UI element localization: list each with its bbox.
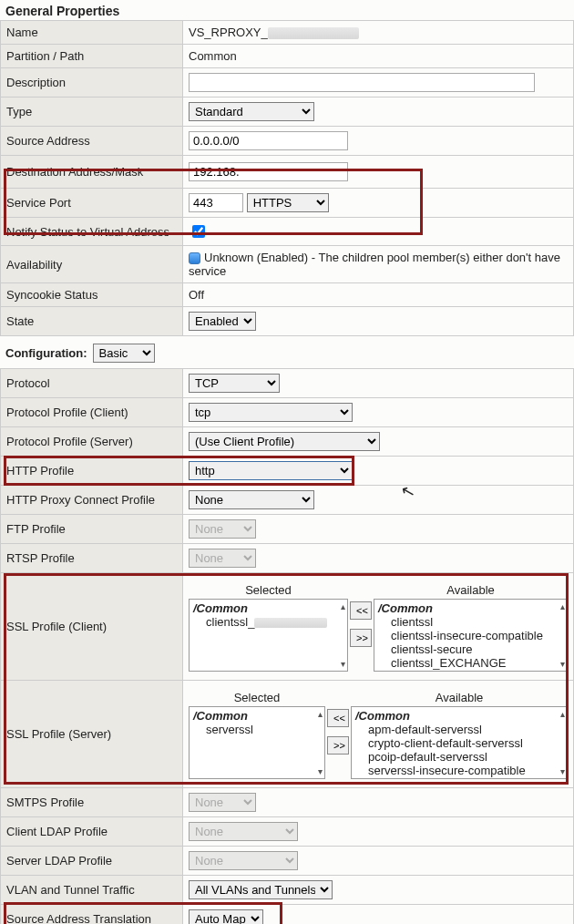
ssl-client-available-title: Available: [374, 581, 568, 599]
availability-label: Availability: [1, 246, 183, 283]
service-port-label: Service Port: [1, 189, 183, 218]
notify-label: Notify Status to Virtual Address: [1, 218, 183, 246]
rtsp-profile-label: RTSP Profile: [1, 544, 183, 573]
syncookie-value: Off: [189, 288, 204, 302]
list-item[interactable]: serverssl-insecure-compatible: [355, 764, 563, 777]
http-profile-label: HTTP Profile: [1, 457, 183, 486]
http-profile-select[interactable]: http: [189, 461, 353, 480]
protocol-profile-client-label: Protocol Profile (Client): [1, 398, 183, 427]
list-item[interactable]: clientssl_EXCHANGE: [378, 656, 563, 670]
source-address-input[interactable]: [189, 131, 348, 150]
scroll-up-icon[interactable]: ▴: [560, 709, 565, 719]
ssl-server-move-right-button[interactable]: >>: [327, 736, 349, 755]
scroll-down-icon[interactable]: ▾: [318, 766, 323, 776]
snat-label: Source Address Translation: [1, 905, 183, 924]
rtsp-profile-select: None: [189, 549, 256, 568]
protocol-select[interactable]: TCP: [189, 374, 280, 393]
scroll-up-icon[interactable]: ▴: [318, 709, 323, 719]
list-item[interactable]: clientssl-secure: [378, 642, 563, 656]
list-item[interactable]: clientssl-insecure-compatible: [378, 629, 563, 642]
ssl-server-move-left-button[interactable]: <<: [327, 709, 349, 727]
smtps-select: None: [189, 793, 256, 812]
destination-input[interactable]: [189, 162, 348, 181]
partition-value: Common: [189, 49, 237, 63]
smtps-label: SMTPS Profile: [1, 788, 183, 817]
ssl-client-selected-list[interactable]: ▴ /Common clientssl_ ▾: [189, 599, 348, 672]
ssl-client-label: SSL Profile (Client): [1, 573, 183, 681]
list-item[interactable]: apm-default-serverssl: [355, 723, 563, 736]
scroll-down-icon[interactable]: ▾: [341, 659, 345, 669]
vlan-select[interactable]: All VLANs and Tunnels: [189, 880, 333, 899]
type-label: Type: [1, 98, 183, 127]
ssl-client-selected-title: Selected: [189, 581, 348, 599]
ssl-server-available-list[interactable]: ▴ /Common apm-default-serverssl crypto-c…: [351, 706, 568, 779]
notify-checkbox[interactable]: [192, 225, 205, 238]
list-item[interactable]: pcoip-default-serverssl: [355, 750, 563, 764]
server-ldap-label: Server LDAP Profile: [1, 847, 183, 876]
syncookie-label: Syncookie Status: [1, 283, 183, 307]
client-ldap-select: None: [189, 822, 298, 841]
partition-label: Partition / Path: [1, 45, 183, 68]
scroll-down-icon[interactable]: ▾: [560, 659, 565, 669]
description-label: Description: [1, 68, 183, 98]
ftp-profile-select: None: [189, 519, 256, 539]
availability-value: Unknown (Enabled) - The children pool me…: [189, 251, 560, 278]
ssl-client-move-right-button[interactable]: >>: [350, 629, 372, 647]
protocol-profile-server-select[interactable]: (Use Client Profile): [189, 432, 380, 451]
scroll-down-icon[interactable]: ▾: [560, 766, 565, 776]
ssl-client-available-list[interactable]: ▴ /Common clientssl clientssl-insecure-c…: [374, 599, 568, 672]
destination-label: Destination Address/Mask: [1, 156, 183, 189]
protocol-profile-client-select[interactable]: tcp: [189, 403, 353, 422]
state-label: State: [1, 307, 183, 336]
proxy-connect-select[interactable]: None: [189, 490, 314, 509]
proxy-connect-label: HTTP Proxy Connect Profile: [1, 486, 183, 515]
snat-select[interactable]: Auto Map: [189, 909, 263, 924]
service-port-select[interactable]: HTTPS: [247, 193, 329, 212]
protocol-profile-server-label: Protocol Profile (Server): [1, 427, 183, 457]
ssl-server-label: SSL Profile (Server): [1, 681, 183, 788]
general-properties-header: General Properties: [0, 0, 574, 20]
list-item[interactable]: clientssl: [378, 615, 563, 629]
protocol-label: Protocol: [1, 369, 183, 398]
server-ldap-select: None: [189, 851, 298, 870]
ssl-server-selected-title: Selected: [189, 689, 325, 706]
description-input[interactable]: [189, 73, 535, 92]
ftp-profile-label: FTP Profile: [1, 515, 183, 544]
ssl-server-available-title: Available: [351, 689, 568, 706]
configuration-level-select[interactable]: Basic: [93, 344, 155, 363]
general-properties-table: Name VS_RPROXY_ Partition / Path Common …: [0, 20, 574, 336]
ssl-server-selected-list[interactable]: ▴ /Common serverssl ▾: [189, 706, 325, 779]
configuration-table: Protocol TCP Protocol Profile (Client) t…: [0, 368, 574, 924]
name-value: VS_RPROXY_: [183, 21, 574, 45]
state-select[interactable]: Enabled: [189, 312, 256, 331]
vlan-label: VLAN and Tunnel Traffic: [1, 876, 183, 905]
availability-status-icon: [189, 252, 200, 264]
scroll-up-icon[interactable]: ▴: [341, 601, 345, 611]
configuration-header: Configuration: Basic: [0, 336, 574, 368]
name-label: Name: [1, 21, 183, 45]
service-port-input[interactable]: [189, 193, 243, 212]
client-ldap-label: Client LDAP Profile: [1, 817, 183, 847]
type-select[interactable]: Standard: [189, 102, 314, 121]
scroll-up-icon[interactable]: ▴: [560, 601, 565, 611]
source-address-label: Source Address: [1, 127, 183, 156]
list-item[interactable]: crypto-client-default-serverssl: [355, 736, 563, 750]
ssl-client-move-left-button[interactable]: <<: [350, 601, 372, 620]
list-item[interactable]: serverssl: [193, 723, 321, 736]
